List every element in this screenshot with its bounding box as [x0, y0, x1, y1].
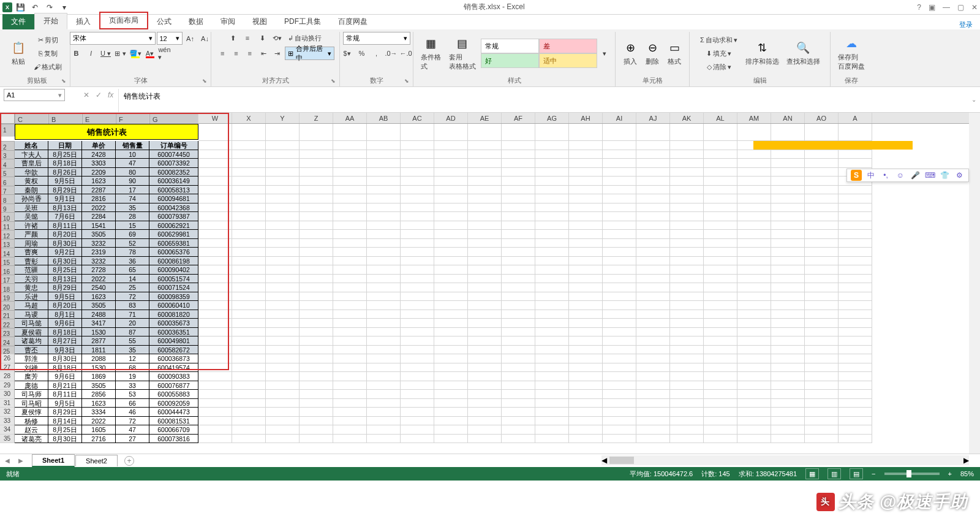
cell[interactable]	[198, 292, 232, 302]
cell[interactable]: 9月3日	[48, 346, 82, 355]
cell[interactable]	[535, 186, 569, 195]
cell[interactable]	[569, 257, 603, 266]
cell[interactable]: 3505	[82, 301, 116, 310]
cell[interactable]	[569, 425, 603, 435]
cell[interactable]	[603, 150, 636, 159]
cell[interactable]	[771, 346, 805, 355]
cell[interactable]	[704, 319, 737, 328]
cell[interactable]	[636, 141, 670, 150]
cell[interactable]: 8月18日	[48, 328, 82, 337]
cell[interactable]	[434, 408, 468, 417]
cell[interactable]	[502, 435, 535, 444]
cell[interactable]	[535, 221, 569, 230]
cell[interactable]	[367, 425, 401, 435]
cell[interactable]: 1541	[82, 221, 116, 230]
cell[interactable]	[670, 283, 704, 292]
cell[interactable]: 600036351	[149, 328, 198, 337]
cell[interactable]	[839, 310, 872, 319]
cell[interactable]	[502, 399, 535, 408]
cell[interactable]	[367, 194, 401, 203]
cell[interactable]	[367, 336, 401, 346]
cell[interactable]	[535, 141, 569, 150]
column-header[interactable]: Z	[300, 113, 333, 123]
cell[interactable]: 9月5日	[48, 399, 82, 408]
cell[interactable]	[839, 399, 872, 408]
qat-customize-icon[interactable]: ▾	[58, 1, 71, 13]
cell[interactable]	[232, 275, 266, 284]
styles-more-icon[interactable]: ▾	[600, 47, 610, 59]
cell[interactable]	[266, 275, 300, 284]
cell[interactable]	[670, 230, 704, 239]
cell[interactable]	[771, 301, 805, 310]
cell[interactable]	[535, 248, 569, 257]
cell[interactable]	[839, 124, 872, 141]
cell[interactable]	[300, 221, 333, 230]
cell[interactable]: 600629981	[149, 230, 198, 239]
tab-review[interactable]: 审阅	[212, 14, 244, 29]
cell[interactable]	[266, 435, 300, 444]
cell[interactable]: 8月25日	[48, 425, 82, 435]
cell[interactable]	[535, 239, 569, 248]
cell[interactable]	[401, 372, 434, 381]
cell[interactable]	[569, 221, 603, 230]
cell[interactable]	[367, 319, 401, 328]
cell[interactable]: 1869	[82, 372, 116, 381]
cell[interactable]	[737, 230, 771, 239]
cell[interactable]: 600066709	[149, 425, 198, 435]
cell[interactable]	[771, 390, 805, 399]
cell[interactable]	[401, 186, 434, 195]
cell[interactable]	[805, 221, 839, 230]
cell[interactable]	[771, 124, 805, 141]
cell[interactable]	[198, 301, 232, 310]
cell[interactable]	[670, 124, 704, 141]
cell[interactable]: 9月6日	[48, 372, 82, 381]
cell[interactable]: 600035673	[149, 319, 198, 328]
cell[interactable]	[670, 425, 704, 435]
cell[interactable]	[771, 230, 805, 239]
cell[interactable]	[232, 328, 266, 337]
cell[interactable]	[805, 301, 839, 310]
zoom-thumb[interactable]	[907, 470, 911, 477]
cell[interactable]	[805, 310, 839, 319]
cell[interactable]	[266, 168, 300, 177]
indent-decrease-icon[interactable]: ⇤	[257, 47, 270, 59]
cell[interactable]	[401, 221, 434, 230]
cell[interactable]	[670, 275, 704, 284]
cell[interactable]: 庞德	[15, 381, 48, 390]
cell[interactable]	[805, 390, 839, 399]
cell[interactable]: 单价	[82, 141, 116, 150]
column-header[interactable]: AC	[401, 113, 434, 123]
cell[interactable]: 9月1日	[48, 194, 82, 203]
cell[interactable]	[232, 283, 266, 292]
zoom-slider[interactable]	[884, 473, 940, 475]
cell[interactable]: 8月20日	[48, 230, 82, 239]
cell[interactable]	[535, 159, 569, 168]
fill-button[interactable]: ⬇填充▾	[697, 47, 741, 59]
cell[interactable]: 曹爽	[15, 248, 48, 257]
merge-center-button[interactable]: ⊞合并后居中▾	[285, 47, 334, 60]
cell[interactable]	[737, 221, 771, 230]
cell[interactable]	[502, 168, 535, 177]
cell[interactable]	[468, 301, 502, 310]
cell[interactable]	[300, 425, 333, 435]
cell[interactable]: 600098359	[149, 292, 198, 302]
cell[interactable]	[636, 239, 670, 248]
cell[interactable]	[333, 194, 367, 203]
cell[interactable]	[569, 141, 603, 150]
cell[interactable]	[737, 257, 771, 266]
cell[interactable]	[737, 248, 771, 257]
cell[interactable]	[401, 159, 434, 168]
cell[interactable]: 83	[116, 301, 149, 310]
cell[interactable]	[704, 248, 737, 257]
phonetic-button[interactable]: wén ▾	[158, 47, 172, 59]
ime-toolbar[interactable]: S 中 •, ☺ 🎤 ⌨ 👕 ⚙	[846, 169, 969, 182]
cell[interactable]	[266, 124, 300, 141]
cell[interactable]	[737, 168, 771, 177]
cell-style-normal[interactable]: 常规	[481, 39, 539, 53]
cell[interactable]	[232, 408, 266, 417]
cell[interactable]	[704, 275, 737, 284]
cell[interactable]	[198, 265, 232, 275]
cell[interactable]	[300, 336, 333, 346]
cell[interactable]: 600090402	[149, 265, 198, 275]
ime-keyboard-icon[interactable]: ⌨	[924, 170, 935, 181]
